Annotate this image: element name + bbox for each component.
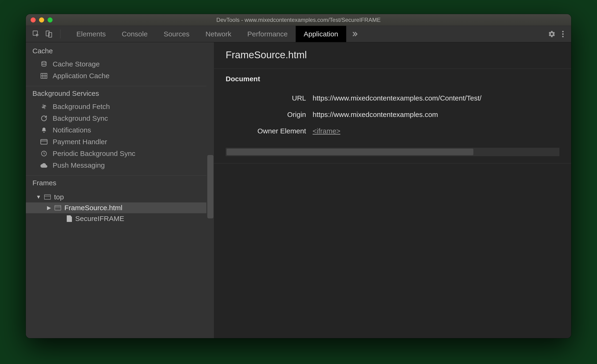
divider (60, 30, 60, 38)
sidebar-item-application-cache[interactable]: Application Cache (26, 70, 214, 82)
horizontal-scrollbar-thumb[interactable] (227, 149, 473, 155)
devtools-body: Cache Cache Storage (26, 42, 571, 338)
window-title: DevTools - www.mixedcontentexamples.com/… (26, 17, 571, 23)
tab-network[interactable]: Network (197, 26, 239, 42)
sidebar-item-cache-storage[interactable]: Cache Storage (26, 58, 214, 70)
document-section: Document URL https://www.mixedcontentexa… (214, 69, 571, 163)
database-icon (40, 61, 48, 67)
sidebar-item-push-messaging[interactable]: Push Messaging (26, 159, 214, 171)
sidebar-scrollbar[interactable] (206, 42, 214, 338)
transfer-icon (40, 103, 48, 110)
tab-elements[interactable]: Elements (68, 26, 114, 42)
tree-row-framesource[interactable]: ▶ FrameSource.html (26, 202, 214, 213)
sidebar-item-label: Application Cache (53, 72, 110, 80)
section-cache: Cache (26, 42, 214, 58)
tab-console[interactable]: Console (114, 26, 156, 42)
chevron-right-icon: ▶ (47, 205, 51, 211)
sidebar-item-notifications[interactable]: Notifications (26, 124, 214, 136)
tabs-overflow-button[interactable] (346, 26, 364, 42)
document-heading: Document (226, 75, 559, 83)
sidebar-item-label: Payment Handler (53, 138, 107, 146)
bell-icon (40, 127, 48, 133)
settings-icon[interactable] (548, 30, 556, 38)
frame-icon (44, 194, 51, 200)
frame-details-panel: FrameSource.html Document URL https://ww… (214, 42, 571, 338)
minimize-window-button[interactable] (39, 17, 44, 23)
url-label: URL (226, 94, 313, 102)
url-row: URL https://www.mixedcontentexamples.com… (226, 90, 559, 106)
sidebar-item-label: Cache Storage (53, 60, 100, 68)
sidebar-item-label: Background Sync (53, 114, 108, 122)
chevron-down-icon: ▼ (36, 194, 41, 200)
section-background-services: Background Services (26, 86, 214, 101)
svg-point-4 (562, 33, 564, 35)
tab-application[interactable]: Application (296, 26, 346, 42)
svg-point-6 (42, 61, 46, 63)
frame-icon (55, 205, 61, 210)
close-window-button[interactable] (31, 17, 36, 23)
sidebar-item-label: Notifications (53, 126, 91, 134)
tree-row-top[interactable]: ▼ top (26, 192, 214, 202)
sidebar-item-payment-handler[interactable]: Payment Handler (26, 136, 214, 148)
tabbar-left-icons (26, 26, 68, 42)
devtools-tabbar: Elements Console Sources Network Perform… (26, 26, 571, 42)
tab-sources[interactable]: Sources (156, 26, 197, 42)
section-frames: Frames (26, 175, 214, 190)
url-value: https://www.mixedcontentexamples.com/Con… (313, 94, 482, 102)
horizontal-scrollbar[interactable] (226, 148, 559, 156)
origin-row: Origin https://www.mixedcontentexamples.… (226, 106, 559, 123)
titlebar: DevTools - www.mixedcontentexamples.com/… (26, 14, 571, 26)
svg-rect-11 (41, 139, 47, 144)
devtools-window: DevTools - www.mixedcontentexamples.com/… (26, 14, 571, 338)
tab-performance[interactable]: Performance (239, 26, 296, 42)
grid-icon (40, 73, 48, 79)
tree-label: FrameSource.html (64, 204, 122, 212)
sidebar-item-background-fetch[interactable]: Background Fetch (26, 101, 214, 113)
zoom-window-button[interactable] (47, 17, 53, 23)
sidebar-item-background-sync[interactable]: Background Sync (26, 113, 214, 124)
svg-point-5 (562, 36, 564, 37)
origin-value: https://www.mixedcontentexamples.com (313, 111, 438, 119)
application-sidebar: Cache Cache Storage (26, 42, 214, 338)
sidebar-scrollbar-thumb[interactable] (207, 155, 213, 218)
page-title: FrameSource.html (226, 49, 559, 61)
sidebar-item-label: Background Fetch (53, 103, 110, 111)
more-menu-icon[interactable] (562, 30, 564, 38)
inspect-element-icon[interactable] (32, 30, 40, 38)
tree-row-secureiframe[interactable]: ▶ SecureIFRAME (26, 213, 214, 224)
owner-element-label: Owner Element (226, 127, 313, 135)
clock-icon (40, 150, 48, 157)
toggle-device-toolbar-icon[interactable] (45, 30, 53, 38)
owner-element-row: Owner Element <iframe> (226, 123, 559, 139)
sidebar-item-label: Periodic Background Sync (53, 150, 135, 158)
credit-card-icon (40, 139, 48, 145)
frames-tree: ▼ top ▶ FrameSource.html ▶ SecureIFRAME (26, 190, 214, 231)
svg-point-3 (562, 31, 564, 32)
traffic-lights (31, 17, 53, 23)
cloud-icon (40, 163, 48, 168)
tree-label: SecureIFRAME (75, 215, 124, 223)
owner-element-link[interactable]: <iframe> (313, 127, 340, 135)
origin-label: Origin (226, 111, 313, 119)
sync-icon (40, 115, 48, 122)
frame-details-header: FrameSource.html (214, 42, 571, 69)
sidebar-item-label: Push Messaging (53, 161, 105, 169)
sidebar-item-periodic-background-sync[interactable]: Periodic Background Sync (26, 148, 214, 159)
tree-label: top (54, 193, 64, 201)
file-icon (67, 215, 72, 222)
